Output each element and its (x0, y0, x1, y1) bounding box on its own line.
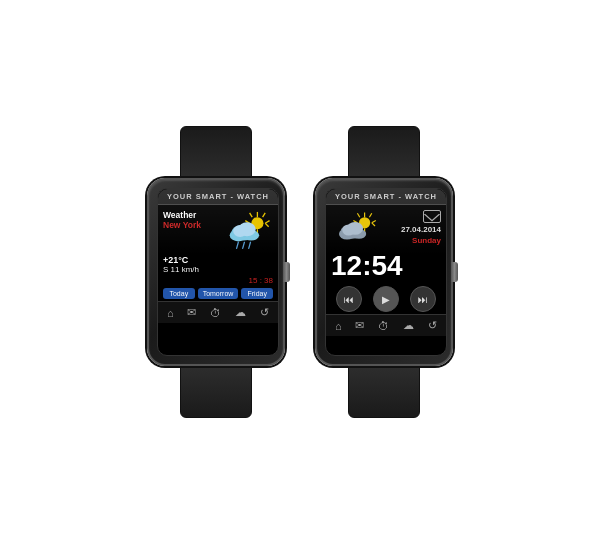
svg-point-30 (342, 224, 355, 235)
w2-time-big: 12:54 (331, 252, 441, 280)
watch-body-1: YOUR SMART - WATCH Weather New York (147, 178, 285, 366)
temperature: +21°C (163, 255, 273, 265)
watch-screen-1: YOUR SMART - WATCH Weather New York (157, 188, 279, 356)
watch-crown-2 (451, 262, 458, 282)
w1-weather-text: Weather New York (163, 210, 201, 230)
screen-header-1: YOUR SMART - WATCH (158, 189, 278, 205)
w2-content: 27.04.2014 Sunday 12:54 ⏮ ▶ ⏭ (326, 205, 446, 314)
svg-line-6 (250, 213, 253, 217)
svg-line-7 (263, 213, 266, 217)
strap-top-1 (180, 126, 252, 178)
mail-icon-2[interactable] (423, 210, 441, 223)
cloud-icon-2[interactable]: ☁ (403, 319, 414, 332)
tomorrow-button[interactable]: Tomorrow (198, 288, 239, 299)
svg-line-23 (357, 213, 359, 217)
svg-line-20 (372, 220, 376, 222)
clock-icon-2[interactable]: ⏱ (378, 320, 389, 332)
svg-line-3 (265, 221, 269, 224)
day-buttons: Today Tomorrow Friday (163, 288, 273, 299)
weather-label: Weather (163, 210, 201, 220)
w1-time: 15 : 38 (249, 276, 273, 285)
mail-icon-1[interactable]: ✉ (187, 306, 196, 319)
svg-point-13 (233, 225, 247, 237)
w1-top-row: Weather New York (163, 210, 273, 252)
strap-bottom-1 (180, 366, 252, 418)
watch-crown-1 (283, 262, 290, 282)
strap-bottom-2 (348, 366, 420, 418)
screen-header-2: YOUR SMART - WATCH (326, 189, 446, 205)
weather-icon-1 (221, 210, 273, 252)
svg-line-24 (369, 213, 371, 217)
friday-button[interactable]: Friday (241, 288, 273, 299)
clock-icon-1[interactable]: ⏱ (210, 307, 221, 319)
w2-top: 27.04.2014 Sunday (331, 210, 441, 250)
watch-body-2: YOUR SMART - WATCH (315, 178, 453, 366)
wind-speed: S 11 km/h (163, 265, 273, 274)
cloud-icon-1[interactable]: ☁ (235, 306, 246, 319)
watches-container: YOUR SMART - WATCH Weather New York (147, 126, 453, 418)
w2-right-col: 27.04.2014 Sunday (401, 210, 441, 245)
w2-day: Sunday (412, 236, 441, 245)
w1-time-row: 15 : 38 (163, 276, 273, 285)
refresh-icon-1[interactable]: ↺ (260, 306, 269, 319)
weather-icon-2 (331, 210, 379, 250)
w2-date: 27.04.2014 (401, 225, 441, 234)
watch-2: YOUR SMART - WATCH (315, 126, 453, 418)
w1-stats: +21°C S 11 km/h (163, 255, 273, 274)
forward-button[interactable]: ⏭ (410, 286, 436, 312)
strap-top-2 (348, 126, 420, 178)
mail-icon-footer-2[interactable]: ✉ (355, 319, 364, 332)
watch-screen-2: YOUR SMART - WATCH (325, 188, 447, 356)
svg-line-14 (237, 242, 239, 248)
w1-content: Weather New York (158, 205, 278, 301)
play-button[interactable]: ▶ (373, 286, 399, 312)
svg-line-16 (249, 242, 251, 248)
rewind-button[interactable]: ⏮ (336, 286, 362, 312)
screen-footer-2: ⌂ ✉ ⏱ ☁ ↺ (326, 314, 446, 336)
today-button[interactable]: Today (163, 288, 195, 299)
home-icon-1[interactable]: ⌂ (167, 307, 174, 319)
screen-footer-1: ⌂ ✉ ⏱ ☁ ↺ (158, 301, 278, 323)
svg-line-5 (265, 223, 268, 226)
refresh-icon-2[interactable]: ↺ (428, 319, 437, 332)
city-label: New York (163, 220, 201, 230)
media-controls: ⏮ ▶ ⏭ (331, 286, 441, 312)
watch-1: YOUR SMART - WATCH Weather New York (147, 126, 285, 418)
svg-line-22 (372, 223, 375, 226)
svg-line-15 (243, 242, 245, 248)
home-icon-2[interactable]: ⌂ (335, 320, 342, 332)
